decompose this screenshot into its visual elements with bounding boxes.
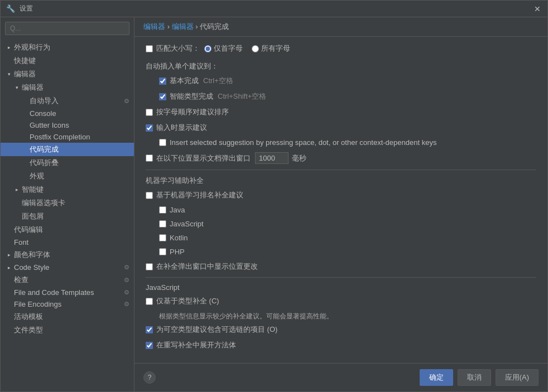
insert-selected-checkbox[interactable] (159, 139, 166, 146)
help-button[interactable]: ? (143, 371, 156, 384)
ml-java-label[interactable]: Java (170, 206, 185, 214)
js-nullable-label[interactable]: 为可空类型建议包含可选链的项目 (O) (156, 325, 277, 335)
ml-kotlin-label[interactable]: Kotlin (170, 234, 188, 242)
radio-first-letter[interactable] (204, 45, 211, 52)
sidebar-item-file-encodings[interactable]: File Encodings ⚙ (1, 298, 134, 310)
sidebar-item-code-edit[interactable]: 代码编辑 (1, 223, 134, 236)
breadcrumb: 编辑器 › 编辑器 › 代码完成 (134, 17, 547, 37)
doc-popup-delay-input[interactable] (255, 152, 289, 164)
sidebar-item-code-completion[interactable]: 代码完成 (1, 143, 134, 156)
ok-button[interactable]: 确定 (420, 369, 453, 386)
match-case-row: 匹配大小写： 仅首字母 所有字母 (146, 43, 536, 54)
sidebar-item-appearance-sub[interactable]: 外观 (1, 170, 134, 183)
js-type-only-label[interactable]: 仅基于类型补全 (C) (156, 296, 219, 306)
leaf-spacer (13, 212, 21, 220)
js-expand-method-label[interactable]: 在重写补全中展开方法体 (156, 340, 236, 350)
smart-type-checkbox[interactable] (159, 93, 166, 100)
insert-selected-label[interactable]: Insert selected suggestion by pressing s… (170, 138, 436, 147)
sidebar: 外观和行为 快捷键 编辑器 编辑器 (1, 17, 134, 391)
match-case-label[interactable]: 匹配大小写： (156, 43, 200, 54)
ml-kotlin-checkbox[interactable] (159, 234, 166, 241)
sidebar-item-label: File Encodings (14, 300, 61, 308)
sidebar-item-label: File and Code Templates (14, 288, 94, 297)
collapse-arrow (5, 43, 13, 51)
sidebar-item-editor-group[interactable]: 编辑器 (1, 67, 134, 81)
sidebar-item-code-style[interactable]: Code Style ⚙ (1, 262, 134, 273)
ml-java-row: Java (146, 206, 536, 214)
smart-type-row: 智能类型完成 Ctrl+Shift+空格 (146, 91, 536, 101)
apply-button[interactable]: 应用(A) (496, 369, 539, 386)
sidebar-item-label: 文件类型 (14, 325, 43, 335)
sort-alpha-row: 按字母顺序对建议排序 (146, 107, 536, 117)
sidebar-tree: 外观和行为 快捷键 编辑器 编辑器 (1, 40, 134, 391)
sidebar-item-file-types[interactable]: 文件类型 (1, 323, 134, 337)
ml-rank-checkbox[interactable] (146, 192, 153, 199)
sidebar-item-editor-tabs[interactable]: 编辑器选项卡 (1, 196, 134, 210)
sidebar-item-code-folding[interactable]: 代码折叠 (1, 156, 134, 170)
js-expand-method-checkbox[interactable] (146, 342, 153, 349)
ml-javascript-checkbox[interactable] (159, 220, 166, 228)
sidebar-item-file-templates[interactable]: File and Code Templates ⚙ (1, 287, 134, 298)
show-doc-popup-label[interactable]: 在以下位置显示文档弹出窗口 (156, 153, 251, 163)
expand-arrow (13, 84, 21, 91)
sidebar-item-label: 编辑器 (22, 83, 44, 93)
right-panel: 编辑器 › 编辑器 › 代码完成 匹配大小写： 仅首字母 (134, 17, 547, 391)
js-type-only-checkbox[interactable] (146, 298, 153, 305)
js-nullable-row: 为可空类型建议包含可选链的项目 (O) (146, 325, 536, 335)
smart-type-label[interactable]: 智能类型完成 Ctrl+Shift+空格 (170, 91, 266, 101)
badge-icon: ⚙ (124, 98, 129, 105)
sidebar-item-label: 面包屑 (22, 211, 44, 221)
sidebar-item-label: 活动模板 (14, 312, 43, 322)
close-button[interactable]: ✕ (533, 4, 542, 13)
sidebar-item-appearance[interactable]: 外观和行为 (1, 41, 134, 54)
cancel-button[interactable]: 取消 (458, 369, 491, 386)
sort-alpha-label[interactable]: 按字母顺序对建议排序 (156, 107, 229, 117)
sidebar-item-gutter-icons[interactable]: Gutter Icons (1, 119, 134, 131)
radio-all-letters[interactable] (252, 45, 259, 52)
show-doc-popup-row: 在以下位置显示文档弹出窗口 毫秒 (146, 152, 536, 164)
show-on-input-checkbox[interactable] (146, 124, 153, 132)
ml-javascript-label[interactable]: JavaScript (170, 220, 204, 228)
sidebar-item-breadcrumb[interactable]: 面包屑 (1, 210, 134, 223)
breadcrumb-link-2[interactable]: 编辑器 (172, 22, 194, 31)
basic-completion-checkbox[interactable] (159, 78, 166, 85)
show-doc-popup-checkbox[interactable] (146, 154, 153, 162)
radio-first-letter-label[interactable]: 仅首字母 (204, 43, 243, 54)
ml-rank-label[interactable]: 基于机器学习排名补全建议 (156, 190, 243, 200)
show-on-input-label[interactable]: 输入时显示建议 (156, 123, 207, 133)
settings-area: 匹配大小写： 仅首字母 所有字母 自动插入单个建议到： (134, 37, 547, 363)
sidebar-item-smart-keys[interactable]: 智能键 (1, 183, 134, 196)
collapse-arrow (13, 186, 21, 193)
basic-completion-shortcut: Ctrl+空格 (203, 76, 233, 86)
ml-php-checkbox[interactable] (159, 248, 166, 255)
sidebar-item-label: 智能键 (22, 185, 44, 195)
show-position-checkbox[interactable] (146, 263, 153, 270)
sidebar-item-console[interactable]: Console (1, 108, 134, 119)
sidebar-item-editor-sub[interactable]: 编辑器 (1, 81, 134, 94)
leaf-spacer (21, 110, 28, 118)
sidebar-item-label: Code Style (14, 263, 50, 272)
sidebar-item-label: 颜色和字体 (14, 250, 50, 260)
radio-first-letter-text: 仅首字母 (214, 43, 243, 54)
sidebar-item-postfix-completion[interactable]: Postfix Completion (1, 131, 134, 143)
sort-alpha-checkbox[interactable] (146, 109, 153, 116)
sidebar-item-shortcuts[interactable]: 快捷键 (1, 54, 134, 67)
ml-javascript-row: JavaScript (146, 220, 536, 228)
search-input[interactable] (5, 22, 129, 35)
basic-completion-label[interactable]: 基本完成 Ctrl+空格 (170, 76, 233, 86)
sidebar-item-live-templates[interactable]: 活动模板 (1, 310, 134, 323)
sidebar-item-color-font[interactable]: 颜色和字体 (1, 248, 134, 262)
radio-all-letters-label[interactable]: 所有字母 (252, 43, 290, 54)
ml-rank-row: 基于机器学习排名补全建议 (146, 190, 536, 200)
js-nullable-checkbox[interactable] (146, 326, 153, 333)
ml-php-label[interactable]: PHP (170, 248, 185, 256)
sidebar-item-font[interactable]: Font (1, 236, 134, 248)
ml-php-row: PHP (146, 248, 536, 256)
breadcrumb-link-1[interactable]: 编辑器 (143, 22, 165, 31)
show-position-label[interactable]: 在补全弹出窗口中显示位置更改 (156, 262, 258, 272)
ml-java-checkbox[interactable] (159, 206, 166, 214)
sidebar-item-inspect[interactable]: 检查 ⚙ (1, 273, 134, 287)
sidebar-item-auto-import[interactable]: 自动导入 ⚙ (1, 94, 134, 108)
sidebar-item-label: 检查 (14, 275, 28, 285)
match-case-checkbox[interactable] (146, 45, 153, 52)
